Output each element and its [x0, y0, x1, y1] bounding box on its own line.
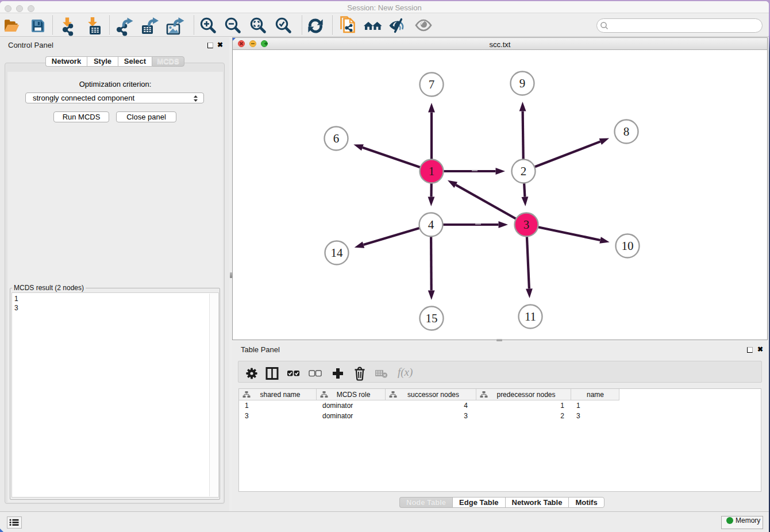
svg-text:14: 14 [331, 246, 344, 260]
svg-text:6: 6 [333, 132, 340, 145]
svg-text:7: 7 [429, 78, 435, 91]
svg-text:3: 3 [523, 218, 530, 232]
svg-text:1: 1 [429, 164, 435, 178]
svg-text:4: 4 [428, 218, 434, 232]
svg-text:2: 2 [521, 164, 527, 178]
svg-text:11: 11 [525, 310, 536, 323]
svg-text:9: 9 [519, 76, 526, 90]
svg-text:15: 15 [426, 311, 438, 325]
svg-text:10: 10 [622, 239, 634, 253]
svg-text:8: 8 [623, 125, 630, 138]
